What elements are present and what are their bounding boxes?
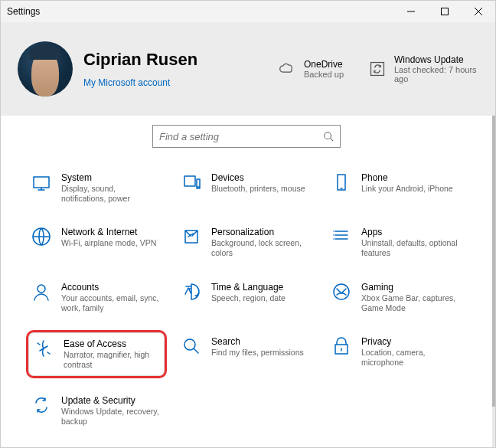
phone-icon [331,172,352,194]
settings-item-privacy[interactable]: PrivacyLocation, camera, microphone [326,330,467,378]
minimize-button[interactable] [394,1,428,22]
settings-item-devices[interactable]: DevicesBluetooth, printers, mouse [176,166,317,210]
item-subtitle: Link your Android, iPhone [361,184,453,194]
apps-icon [331,227,352,248]
settings-item-personalization[interactable]: PersonalizationBackground, lock screen, … [176,221,317,264]
update-security-icon [31,395,52,417]
settings-item-update-security[interactable]: Update & SecurityWindows Update, recover… [26,389,167,433]
update-icon [368,60,387,78]
header: Ciprian Rusen My Microsoft account OneDr… [1,22,495,116]
personalization-icon [181,227,202,248]
svg-point-2 [325,132,331,139]
item-subtitle: Your accounts, email, sync, work, family [61,293,162,313]
item-title: Update & Security [61,395,162,406]
item-subtitle: Wi-Fi, airplane mode, VPN [61,238,156,248]
item-subtitle: Location, camera, microphone [361,348,462,368]
item-subtitle: Find my files, permissions [211,348,304,358]
settings-item-network[interactable]: Network & InternetWi-Fi, airplane mode, … [26,221,167,264]
microsoft-account-link[interactable]: My Microsoft account [83,77,197,88]
window-controls [394,1,495,22]
item-title: Accounts [61,282,162,293]
settings-item-gaming[interactable]: GamingXbox Game Bar, captures, Game Mode [326,276,467,319]
item-title: Devices [211,172,305,183]
settings-item-ease-of-access[interactable]: Ease of AccessNarrator, magnifier, high … [26,330,167,378]
item-title: Phone [361,172,453,183]
item-title: Network & Internet [61,227,156,237]
search-icon [181,336,202,358]
settings-item-time-language[interactable]: Time & LanguageSpeech, region, date [176,276,317,319]
scrollbar-thumb[interactable] [492,116,495,407]
item-subtitle: Uninstall, defaults, optional features [361,238,462,258]
item-title: Personalization [211,227,312,237]
onedrive-title: OneDrive [304,59,344,70]
item-subtitle: Speech, region, date [211,293,286,303]
svg-rect-0 [442,8,449,15]
item-subtitle: Windows Update, recovery, backup [61,407,162,427]
maximize-button[interactable] [428,1,462,22]
user-info[interactable]: Ciprian Rusen My Microsoft account [18,41,253,96]
item-title: Search [211,336,304,347]
gaming-icon [331,282,352,303]
item-title: Time & Language [211,282,286,293]
settings-item-apps[interactable]: AppsUninstall, defaults, optional featur… [326,221,467,264]
scrollbar-track[interactable] [492,116,495,447]
system-icon [31,172,52,194]
user-name: Ciprian Rusen [83,50,197,70]
item-title: Ease of Access [64,338,160,349]
settings-item-accounts[interactable]: AccountsYour accounts, email, sync, work… [26,276,167,319]
svg-rect-1 [371,63,384,76]
close-button[interactable] [462,1,495,22]
network-icon [31,227,52,248]
item-subtitle: Display, sound, notifications, power [61,184,162,204]
settings-item-search[interactable]: SearchFind my files, permissions [176,330,317,378]
search-box[interactable] [152,125,341,148]
devices-icon [181,172,202,194]
item-title: Apps [361,227,462,237]
update-title: Windows Update [394,54,478,65]
windows-update-status[interactable]: Windows Update Last checked: 7 hours ago [368,54,478,83]
settings-item-system[interactable]: SystemDisplay, sound, notifications, pow… [26,166,167,210]
update-sub: Last checked: 7 hours ago [394,65,478,83]
item-subtitle: Bluetooth, printers, mouse [211,184,305,194]
item-subtitle: Xbox Game Bar, captures, Game Mode [361,293,462,313]
item-title: Privacy [361,336,462,347]
avatar [18,41,73,96]
item-subtitle: Background, lock screen, colors [211,238,312,258]
item-title: Gaming [361,282,462,293]
window-title: Settings [7,6,40,17]
cloud-icon [278,60,296,78]
title-bar: Settings [1,1,495,22]
item-subtitle: Narrator, magnifier, high contrast [64,350,160,370]
ease-of-access-icon [33,338,54,360]
settings-item-phone[interactable]: PhoneLink your Android, iPhone [326,166,467,210]
search-input[interactable] [159,131,323,142]
accounts-icon [31,282,52,303]
onedrive-sub: Backed up [304,70,344,79]
privacy-icon [331,336,352,358]
onedrive-status[interactable]: OneDrive Backed up [278,59,344,79]
item-title: System [61,172,162,183]
search-icon [323,131,334,142]
time-language-icon [181,282,202,303]
